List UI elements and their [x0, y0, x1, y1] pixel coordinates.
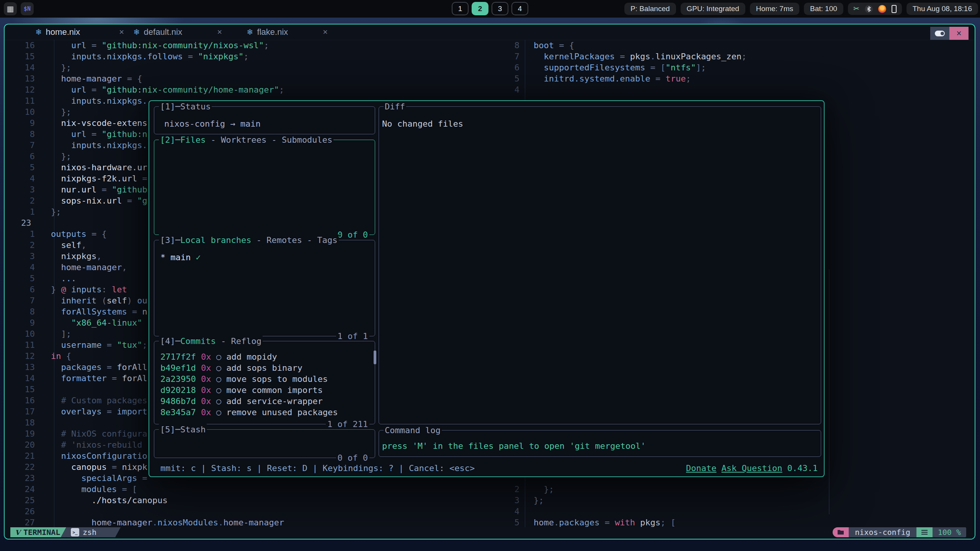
gpu-pill: GPU: Integrated — [681, 3, 745, 15]
editor-pane-right[interactable]: 8boot = {7 kernelPackages = pkgs.linuxPa… — [510, 40, 962, 95]
tab-bar: ❄ home.nix × ❄ default.nix × ❄ flake.nix… — [5, 24, 975, 40]
line-number: 14 — [21, 373, 35, 384]
lazygit-diff-panel[interactable]: Diff No changed files — [379, 106, 821, 424]
line-number: 7 — [21, 140, 35, 151]
line-number: 4 — [21, 262, 35, 273]
desktop: ▦ $N 1 2 3 4 P: Balanced GPU: Integrated… — [0, 0, 980, 551]
pin-toggle-button[interactable] — [930, 27, 949, 40]
tab-close-icon[interactable]: × — [118, 27, 126, 37]
shell-segment: >_ zsh — [61, 527, 121, 537]
code-line: 4 — [510, 506, 962, 517]
app-launcher-button[interactable]: ▦ — [4, 2, 17, 15]
neovim-badge-button[interactable]: $N — [21, 2, 34, 15]
commit-row[interactable]: 8e345a7 0x ○ remove unused packages — [160, 407, 371, 418]
panel-title-rest[interactable]: - Remotes - Tags — [251, 235, 337, 245]
donate-link[interactable]: Donate — [686, 463, 716, 474]
commit-row[interactable]: b49ef1d 0x ○ add sops binary — [160, 362, 371, 373]
window-controls: × — [930, 27, 969, 40]
editor-pane-right-bottom[interactable]: 2 };3};45home.packages = with pkgs; [ — [510, 484, 962, 528]
ask-question-link[interactable]: Ask Question — [722, 463, 782, 474]
folder-badge — [833, 527, 849, 537]
tab-default-nix[interactable]: ❄ default.nix × — [133, 24, 224, 40]
lazygit-files-panel[interactable]: [2]─Files - Worktrees - Submodules 0 of … — [154, 140, 375, 235]
battery-pill: Bat: 100 — [804, 3, 843, 15]
status-branch-line: nixos-config → main — [164, 118, 261, 129]
code-line: 6 supportedFilesystems = ["ntfs"]; — [510, 62, 962, 73]
line-number: 5 — [510, 517, 519, 528]
code-line: 15 inputs.nixpkgs.follows = "nixpkgs"; — [21, 51, 511, 62]
branch-name: main — [170, 252, 191, 263]
tab-label: home.nix — [46, 27, 80, 37]
ping-pill: Home: 7ms — [750, 3, 799, 15]
commit-row[interactable]: d920218 0x ○ move common imports — [160, 385, 371, 396]
line-number: 24 — [21, 484, 35, 495]
line-number: 20 — [21, 439, 35, 450]
panel-selected-tab[interactable]: Local branches — [180, 235, 251, 245]
branch-row[interactable]: *main✓ — [160, 252, 201, 263]
tab-close-icon[interactable]: × — [321, 27, 329, 37]
workspace-button-1[interactable]: 1 — [452, 2, 469, 15]
scroll-percent: 100 % — [933, 527, 966, 537]
lazygit-commits-panel[interactable]: [4]─Commits - Reflog 2717f2f 0x ○ add mo… — [154, 341, 375, 424]
flame-icon[interactable] — [878, 5, 886, 13]
line-number: 25 — [21, 495, 35, 506]
panel-title: [4]─Commits - Reflog — [159, 336, 263, 347]
code-line: 3}; — [510, 495, 962, 506]
panel-title: [3]─Local branches - Remotes - Tags — [159, 235, 339, 246]
lazygit-overlay: [1]─Status nixos-config → main [2]─Files… — [149, 100, 825, 477]
nix-snowflake-icon: ❄ — [35, 28, 42, 37]
window-close-button[interactable]: × — [949, 27, 969, 40]
panel-title-rest[interactable]: - Reflog — [216, 336, 261, 346]
scissors-icon[interactable]: ✂ — [853, 3, 859, 15]
lazygit-status-panel[interactable]: [1]─Status nixos-config → main — [154, 106, 375, 134]
line-number: 11 — [21, 339, 35, 350]
line-number: 1 — [21, 228, 35, 240]
line-number: 21 — [21, 450, 35, 461]
commit-row[interactable]: 2a23950 0x ○ move sops to modules — [160, 373, 371, 385]
line-number: 2 — [21, 195, 35, 206]
code-line: 7 kernelPackages = pkgs.linuxPackages_ze… — [510, 51, 962, 62]
tab-flake-nix[interactable]: ❄ flake.nix × — [247, 24, 329, 40]
line-number: 26 — [21, 506, 35, 517]
lazygit-branches-panel[interactable]: [3]─Local branches - Remotes - Tags *mai… — [154, 240, 375, 336]
line-number: 15 — [21, 384, 35, 395]
panel-count: 0 of 0 — [336, 452, 369, 463]
lazygit-command-log-panel[interactable]: Command log press 'M' in the files panel… — [379, 430, 821, 457]
panel-title-rest: Stash — [180, 425, 206, 434]
top-bar: ▦ $N 1 2 3 4 P: Balanced GPU: Integrated… — [0, 0, 980, 18]
line-number: 8 — [21, 129, 35, 140]
line-number: 3 — [21, 184, 35, 195]
code-line: 12 url = "github:nix-community/home-mana… — [21, 84, 511, 95]
panel-title: [1]─Status — [159, 101, 212, 112]
panel-selected-tab[interactable]: Commits — [180, 336, 216, 346]
workspace-button-2-active[interactable]: 2 — [472, 2, 488, 15]
bluetooth-icon[interactable] — [865, 5, 873, 13]
topbar-right-group: P: Balanced GPU: Integrated Home: 7ms Ba… — [624, 3, 978, 15]
panel-number: [4]─ — [160, 336, 180, 346]
workspace-button-4[interactable]: 4 — [511, 2, 528, 15]
code-line: 4 — [510, 84, 962, 95]
panel-count: 1 of 1 — [336, 331, 369, 342]
nix-snowflake-icon: ❄ — [133, 28, 140, 37]
workspace-button-3[interactable]: 3 — [492, 2, 508, 15]
line-number: 7 — [510, 51, 519, 62]
shell-label: zsh — [83, 528, 96, 537]
tab-close-icon[interactable]: × — [216, 27, 224, 37]
commits-scrollbar-thumb[interactable] — [374, 350, 376, 364]
commit-row[interactable]: 2717f2f 0x ○ add mopidy — [160, 351, 371, 362]
branch-synced-check-icon: ✓ — [196, 252, 201, 263]
panel-title-rest[interactable]: - Worktrees - Submodules — [206, 135, 332, 145]
panel-title: Command log — [384, 425, 442, 436]
panel-selected-tab[interactable]: Files — [180, 135, 206, 145]
line-number: 10 — [21, 328, 35, 339]
nix-snowflake-icon: ❄ — [247, 28, 253, 37]
scroll-column — [829, 269, 830, 514]
panel-number: [5]─ — [160, 425, 180, 434]
panel-title-rest: Command log — [385, 425, 441, 435]
phone-icon[interactable] — [892, 5, 897, 13]
lazygit-stash-panel[interactable]: [5]─Stash 0 of 0 — [154, 429, 375, 458]
system-tray: ✂ — [848, 3, 902, 15]
code-line: 26 — [21, 506, 511, 517]
commit-row[interactable]: 9486b7d 0x ○ add service-wrapper — [160, 396, 371, 407]
tab-home-nix[interactable]: ❄ home.nix × — [35, 24, 126, 40]
